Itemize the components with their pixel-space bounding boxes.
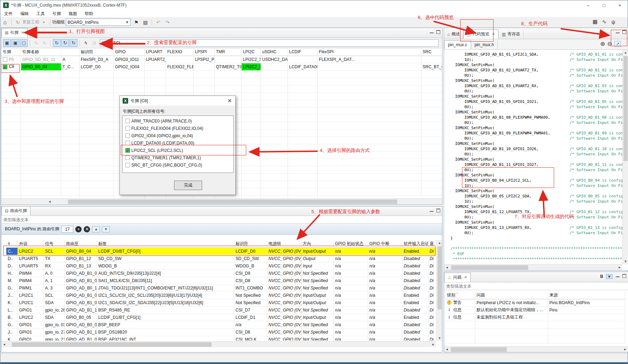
column-header[interactable]: 软件输入启动 (402, 240, 428, 247)
redo-icon[interactable]: ↷ (164, 19, 171, 26)
package-view-icon-1[interactable]: ▣ (3, 39, 11, 47)
move-down-button[interactable]: ▼ (102, 226, 110, 232)
problem-row[interactable]: i信息默认初始化功能中未指定功能组，...Pins (446, 306, 625, 314)
update-project-button[interactable]: 更新工程 (22, 19, 39, 25)
column-header[interactable]: 引脚名称 (21, 48, 61, 56)
maximize-view-icon[interactable] (622, 274, 626, 278)
route-icon-3[interactable]: ↻ (70, 39, 77, 47)
column-header[interactable]: # (6, 240, 18, 247)
wave-icon-2[interactable]: ∿ (41, 39, 48, 47)
column-header[interactable]: FLEXIO (166, 48, 193, 56)
column-header[interactable]: GPIO (113, 48, 144, 56)
routed-pin-row[interactable]: K..LPI2C1SDAGPIO_AD_B1_01I2C1_SDA/CSI_I2… (6, 299, 436, 306)
minimize-view-icon[interactable] (616, 30, 620, 33)
minimize-button[interactable]: – (580, 0, 596, 10)
tab-registers[interactable]: ▥ 寄存器 (498, 29, 523, 39)
route-icon-1[interactable]: ↻ (53, 39, 61, 47)
signal-option[interactable]: FLEXIO2_FLEXIO04 (FLEXIO2,IO,04) (123, 125, 233, 132)
minimize-view-icon[interactable] (430, 209, 434, 212)
column-header[interactable]: 标识符 (79, 48, 113, 56)
maximize-button[interactable]: □ (596, 0, 612, 10)
menu-item[interactable]: 编辑 (16, 11, 33, 17)
menu-item[interactable]: 工具 (33, 11, 49, 17)
signal-option[interactable]: LCDIF_DATA00 (LCDIF,DATA,00) (123, 139, 233, 147)
tab-pins[interactable]: ⊞ 引脚 ✕ (1, 28, 28, 37)
move-up-button[interactable]: ▲ (92, 226, 100, 232)
close-icon[interactable]: ✕ (21, 30, 24, 35)
column-header[interactable]: 引脚 (1, 48, 21, 56)
pin-checkbox[interactable] (3, 57, 7, 62)
routed-hscrollbar[interactable]: ◄ ► (1, 341, 436, 347)
remove-pin-button[interactable]: ✕ (84, 226, 90, 232)
maximize-view-icon[interactable] (622, 30, 626, 34)
column-header[interactable]: 方向 (301, 240, 333, 247)
signal-option[interactable]: ARM_TRACE0 (ARM,TRACE,0) (123, 117, 233, 125)
signal-option[interactable]: QTIMER2_TIMER1 (TMR2,TIMER,1) (123, 154, 233, 161)
routed-pin-row[interactable]: C..LPI2C2SCLGPIO_B0_04LCDIF_D0/BT_CFG[0]… (6, 247, 436, 255)
column-header[interactable]: GPIO 中断 (368, 240, 402, 247)
home-icon[interactable]: ⌂ (1, 19, 9, 26)
zoom-out-icon[interactable]: ⊖ (607, 40, 612, 48)
problems-hscrollbar[interactable]: ◄ ► (444, 346, 628, 352)
column-header[interactable]: 来源 (548, 292, 625, 299)
problem-row[interactable]: i信息未监测到任何工具链工程 (446, 314, 625, 321)
signal-option[interactable]: GPIO2_IO04 (GPIO2,gpio_io,04) (123, 132, 233, 139)
column-header[interactable] (61, 48, 79, 56)
routed-pin-row[interactable]: J...LPI2C1SCLGPIO_AD_B1_00I2C1_SCL/CSI_I… (6, 292, 436, 299)
peripherals-perspective-icon[interactable]: ψ (609, 18, 617, 26)
export-code-icon[interactable]: ↗ (614, 41, 621, 47)
funnel-icon[interactable]: ▼ (606, 274, 613, 279)
add-pin-button[interactable]: + (75, 226, 82, 232)
problems-filter-input[interactable] (444, 284, 628, 289)
column-header[interactable]: LPI2C (241, 48, 261, 56)
menu-item[interactable]: 视图 (65, 11, 81, 17)
subtab-pin-mux-c[interactable]: pin_mux.c (444, 40, 471, 49)
column-header[interactable]: LPUART (144, 48, 166, 56)
signal-checkbox[interactable] (125, 133, 130, 138)
column-header[interactable]: 退 (428, 240, 436, 247)
problem-row[interactable]: !警告Peripheral LPI2C2 is not initializ...… (446, 299, 625, 306)
column-header[interactable]: 级别 ˇ (446, 292, 475, 299)
code-hscrollbar[interactable]: ◄ ► (444, 264, 622, 270)
signal-checkbox[interactable] (125, 141, 130, 145)
pins-perspective-icon[interactable]: ▦ (591, 18, 599, 26)
menu-item[interactable]: 帮助 (81, 11, 97, 17)
signal-option[interactable]: SRC_BT_CFG0 (SRC,BOOT_CFG,0) (123, 161, 233, 169)
routed-pin-row[interactable]: H..PWM4A, 0GPIO_AD_B1_08AUD_INT/CSI_D9//… (6, 270, 436, 277)
column-header[interactable]: LCDIF (288, 48, 317, 56)
tab-problems[interactable]: ⚠ 问题 ✕ (444, 273, 471, 282)
close-icon[interactable]: ✕ (492, 32, 495, 36)
routed-pin-row[interactable]: B..LPI2C2SDAGPIO_B0_05LCDIF_D1/BT_CFG[1]… (6, 314, 436, 321)
menu-item[interactable]: 文件 (0, 11, 16, 17)
wave-icon-1[interactable]: ∿ (32, 39, 40, 47)
bold-filter-icon[interactable]: B (600, 274, 603, 279)
column-header[interactable]: 信号 (43, 240, 64, 247)
column-header[interactable]: 标签 (97, 240, 234, 247)
column-header[interactable]: FlexSPI (317, 48, 421, 56)
package-view-icon-3[interactable]: ▢ (20, 39, 28, 47)
tab-code-preview[interactable]: c 代码预览 ✕ (463, 29, 498, 39)
column-header[interactable]: 标识符 (234, 240, 267, 247)
close-button[interactable]: × (612, 0, 628, 10)
minimize-view-icon[interactable] (616, 274, 620, 277)
routed-pin-row[interactable]: G..PWM1A, 3GPIO_AD_B0_10JTAG_TDO/J21[13]… (6, 284, 436, 292)
zoom-in-icon[interactable]: ⊕ (600, 40, 605, 48)
code-editor[interactable]: IOMUXC_GPIO_AD_B1_01_LPI2C1_SDA,/* GPIO_… (444, 50, 622, 264)
column-header[interactable]: 问题 (475, 292, 548, 299)
signal-checkbox[interactable] (125, 155, 130, 160)
routed-pin-row[interactable]: J...GPIO1gpio_io, 27GPIO_AD_B1_11BSP_DS1… (6, 328, 436, 336)
notes-icon[interactable]: ▤ (142, 19, 149, 26)
routed-filter-input[interactable] (1, 217, 442, 222)
routed-pin-row[interactable]: K..GPIO1gpio_io, 21GPIO_AD_B1_05BSP_AP32… (6, 336, 436, 341)
maximize-view-icon[interactable] (436, 209, 440, 212)
routed-pin-row[interactable]: D..LPUART5TXGPIO_B1_12SD_CD_SWSD_CD_SWNV… (6, 255, 436, 262)
tab-routed-pins[interactable]: ⊟ 路由引脚 (1, 206, 30, 216)
pin-checkbox[interactable]: ✓ (3, 65, 7, 69)
column-header[interactable]: GPIO 初始状态 (333, 240, 368, 247)
column-header[interactable]: TMR (214, 48, 241, 56)
code-vscrollbar[interactable]: ▲ ▼ (622, 50, 628, 264)
routed-pin-row[interactable]: G..GPIO1gpio_io, 03GPIO_AD_B0_03BSP_BEEP… (6, 321, 436, 328)
column-header[interactable]: LPSPI (193, 48, 214, 56)
pins-hscrollbar[interactable]: ◄ (1, 198, 442, 204)
clocks-perspective-icon[interactable]: ∿ (600, 18, 608, 26)
